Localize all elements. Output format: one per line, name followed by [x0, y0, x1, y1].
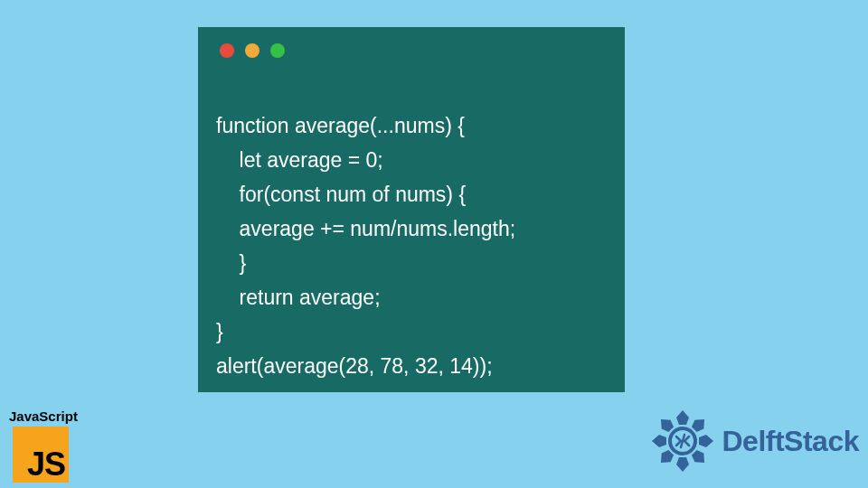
delftstack-logo: DelftStack [648, 407, 860, 475]
delftstack-text: DelftStack [722, 425, 860, 458]
code-line: for(const num of nums) { [216, 183, 466, 206]
js-badge: JS [13, 427, 69, 483]
javascript-label: JavaScript [7, 408, 81, 424]
code-line: } [216, 320, 223, 343]
code-block: function average(...nums) { let average … [216, 74, 607, 383]
code-line: return average; [216, 286, 381, 309]
delftstack-icon [648, 407, 717, 475]
code-line: function average(...nums) { [216, 114, 465, 137]
close-icon [220, 43, 234, 58]
js-letters: JS [27, 448, 65, 481]
minimize-icon [245, 43, 259, 58]
code-line: let average = 0; [216, 148, 383, 172]
code-line: alert(average(28, 78, 32, 14)); [216, 354, 493, 378]
window-controls [216, 43, 607, 58]
code-line: average += num/nums.length; [216, 217, 515, 240]
maximize-icon [270, 43, 285, 58]
code-line: } [216, 251, 246, 275]
code-window: function average(...nums) { let average … [198, 27, 625, 392]
javascript-logo: JavaScript JS [7, 408, 81, 483]
